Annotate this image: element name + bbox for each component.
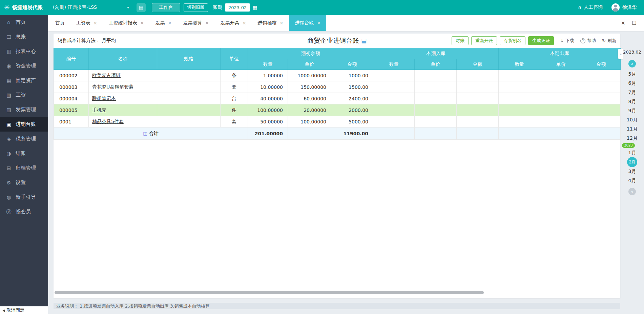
sidebar-item-funds[interactable]: ◉资金管理 bbox=[0, 59, 48, 73]
workbench-button[interactable]: 工作台 bbox=[152, 3, 180, 12]
sidebar-item-guide[interactable]: ◍新手引导 bbox=[0, 190, 48, 204]
download-link[interactable]: ↓ 下载 bbox=[560, 38, 574, 44]
company-selector[interactable]: (勿删) 江西报宝-LSS ▾ bbox=[53, 4, 129, 11]
tab-inventory-ledger[interactable]: 进销台账× bbox=[289, 15, 326, 31]
total-label: 合计 bbox=[149, 131, 159, 136]
month-item[interactable]: 8月 bbox=[626, 97, 638, 106]
table-row[interactable]: 000002 欧美复古项链 条 1.00000 1000.00000 1000.… bbox=[54, 70, 621, 81]
month-item[interactable]: 7月 bbox=[626, 88, 638, 97]
tab-invoice-issue[interactable]: 发票开具× bbox=[215, 15, 252, 31]
assets-icon: ▦ bbox=[6, 78, 12, 84]
sidebar-item-fixed-assets[interactable]: ▦固定资产 bbox=[0, 73, 48, 88]
close-tab-icon[interactable]: × bbox=[168, 20, 172, 25]
month-list: 5月 6月 7月 8月 9月 10月 11月 12月 2023 1月 2月 3月… bbox=[626, 70, 638, 185]
table-row[interactable]: 000003 青花瓷U盘钢笔套装 套 10.00000 150.00000 15… bbox=[54, 81, 621, 93]
tab-invoice[interactable]: 发票× bbox=[150, 15, 178, 31]
report-icon: ▥ bbox=[6, 48, 12, 55]
close-all-tabs-icon[interactable]: × bbox=[621, 20, 625, 26]
sidebar-item-settings[interactable]: ⚙设置 bbox=[0, 175, 48, 190]
month-item[interactable]: 4月 bbox=[626, 176, 638, 185]
unpin-sidebar-button[interactable]: ◀ 取消固定 bbox=[0, 306, 48, 314]
reopen-period-button[interactable]: 重新开账 bbox=[471, 36, 497, 45]
scrollbar-thumb[interactable] bbox=[55, 291, 484, 294]
calendar-icon[interactable]: ▦ bbox=[252, 4, 257, 11]
month-item[interactable]: 10月 bbox=[626, 115, 638, 124]
table-header-group-row: 编号 名称 规格 单位 期初余额 本期入库 本期出库 bbox=[54, 48, 621, 59]
period-value[interactable]: 2023-02 bbox=[225, 3, 250, 12]
tab-bar: 首页 工资表× 工资统计报表× 发票× 发票测算× 发票开具× 进销稽核× 进销… bbox=[48, 15, 644, 31]
tab-home[interactable]: 首页 bbox=[49, 15, 70, 31]
table-row[interactable]: 0001 精品茶具5件套 套 50.00000 100.00000 5000.0… bbox=[54, 116, 621, 127]
close-tab-icon[interactable]: × bbox=[140, 20, 144, 25]
sidebar-item-archive[interactable]: ⊟归档管理 bbox=[0, 161, 48, 175]
sidebar-item-closing[interactable]: ◑结账 bbox=[0, 146, 48, 161]
generate-voucher-button[interactable]: 生成凭证 bbox=[528, 36, 554, 45]
period-label: 账期 bbox=[213, 4, 222, 11]
month-item[interactable]: 5月 bbox=[626, 70, 638, 79]
tab-invoice-calc[interactable]: 发票测算× bbox=[178, 15, 215, 31]
reconcile-button[interactable]: 对账 bbox=[452, 36, 469, 45]
close-tab-icon[interactable]: × bbox=[317, 20, 320, 25]
sidebar-item-inventory-ledger[interactable]: ▣进销台账 bbox=[0, 117, 48, 132]
tab-payroll-sheet[interactable]: 工资表× bbox=[70, 15, 103, 31]
company-name: (勿删) 江西报宝-LSS bbox=[53, 4, 97, 11]
tab-inventory-audit[interactable]: 进销稽核× bbox=[252, 15, 289, 31]
customer-service-link[interactable]: ∩ 人工咨询 bbox=[578, 4, 603, 11]
main-area: 首页 工资表× 工资统计报表× 发票× 发票测算× 发票开具× 进销稽核× 进销… bbox=[48, 15, 644, 314]
top-header-bar: ✳ 畅捷通易代账 (勿删) 江西报宝-LSS ▾ ▤ 工作台 切到旧版 账期 2… bbox=[0, 0, 644, 15]
page-title: 商贸企业进销台账 bbox=[307, 36, 359, 45]
avatar[interactable] bbox=[611, 3, 620, 12]
close-tab-icon[interactable]: × bbox=[280, 20, 284, 25]
month-item[interactable]: 1月 bbox=[626, 148, 638, 157]
item-link[interactable]: 欧美复古项链 bbox=[92, 73, 121, 78]
funds-icon: ◉ bbox=[6, 63, 12, 69]
sub-header-price: 单价 bbox=[288, 59, 331, 70]
item-link[interactable]: 精品茶具5件套 bbox=[92, 119, 124, 124]
sidebar-item-payroll[interactable]: ▧工资 bbox=[0, 88, 48, 102]
app-name: 畅捷通易代账 bbox=[12, 4, 43, 11]
close-tab-icon[interactable]: × bbox=[94, 20, 97, 25]
sidebar-item-tax[interactable]: ◈税务管理 bbox=[0, 132, 48, 146]
table-row-selected[interactable]: 000005 手机壳 件 100.00000 20.00000 2000.00 bbox=[54, 104, 621, 116]
month-item[interactable]: 6月 bbox=[626, 79, 638, 88]
item-link[interactable]: 联想笔记本 bbox=[92, 96, 116, 101]
left-sidebar: ⌂首页 ▤总账 ▥报表中心 ◉资金管理 ▦固定资产 ▧工资 ▨发票管理 ▣进销台… bbox=[0, 15, 48, 314]
month-item[interactable]: 11月 bbox=[626, 124, 638, 134]
document-icon[interactable]: ▤ bbox=[361, 37, 367, 44]
fullscreen-icon[interactable]: ☐ bbox=[632, 20, 637, 26]
group-header-opening: 期初余额 bbox=[248, 48, 373, 59]
username[interactable]: 徐泽华 bbox=[622, 4, 637, 11]
month-item[interactable]: 12月 bbox=[626, 134, 638, 143]
sub-header-amount: 金额 bbox=[331, 59, 373, 70]
month-item[interactable]: 9月 bbox=[626, 106, 638, 115]
page-title-wrap: 商贸企业进销台账 ▤ bbox=[307, 36, 367, 45]
scroll-up-icon[interactable]: ∧ bbox=[628, 60, 636, 67]
col-header-spec: 规格 bbox=[157, 48, 221, 70]
toolbar-buttons: 对账 重新开账 存货别名 生成凭证 ↓ 下载 ? 帮助 ↻ 刷新 bbox=[452, 36, 616, 45]
tab-payroll-report[interactable]: 工资统计报表× bbox=[103, 15, 150, 31]
sidebar-item-member[interactable]: Ⓥ畅会员 bbox=[0, 204, 48, 219]
month-item-active[interactable]: 2月 bbox=[627, 157, 637, 167]
cost-method[interactable]: 销售成本计算方法：月平均 bbox=[58, 38, 116, 44]
sum-icon: ◫ bbox=[143, 131, 147, 136]
collapse-left-icon: ◀ bbox=[2, 309, 5, 312]
table-row[interactable]: 000004 联想笔记本 台 40.00000 60.00000 2400.00 bbox=[54, 93, 621, 104]
sidebar-item-general-ledger[interactable]: ▤总账 bbox=[0, 30, 48, 44]
sidebar-item-home[interactable]: ⌂首页 bbox=[0, 15, 48, 30]
total-qty: 201.00000 bbox=[248, 127, 288, 140]
close-tab-icon[interactable]: × bbox=[205, 20, 209, 25]
scroll-down-icon[interactable]: ∨ bbox=[628, 188, 636, 195]
item-link[interactable]: 手机壳 bbox=[92, 107, 106, 113]
help-link[interactable]: ? 帮助 bbox=[580, 38, 596, 44]
collapse-rail-icon[interactable]: » bbox=[618, 49, 623, 59]
month-item[interactable]: 3月 bbox=[626, 167, 638, 176]
stock-alias-button[interactable]: 存货别名 bbox=[500, 36, 525, 45]
refresh-link[interactable]: ↻ 刷新 bbox=[602, 38, 616, 44]
switch-old-version-button[interactable]: 切到旧版 bbox=[184, 3, 208, 12]
item-link[interactable]: 青花瓷U盘钢笔套装 bbox=[92, 84, 133, 90]
close-tab-icon[interactable]: × bbox=[243, 20, 246, 25]
tax-icon: ◈ bbox=[6, 136, 12, 142]
sidebar-item-invoice[interactable]: ▨发票管理 bbox=[0, 102, 48, 117]
note-icon[interactable]: ▤ bbox=[137, 3, 146, 12]
sidebar-item-report-center[interactable]: ▥报表中心 bbox=[0, 44, 48, 59]
